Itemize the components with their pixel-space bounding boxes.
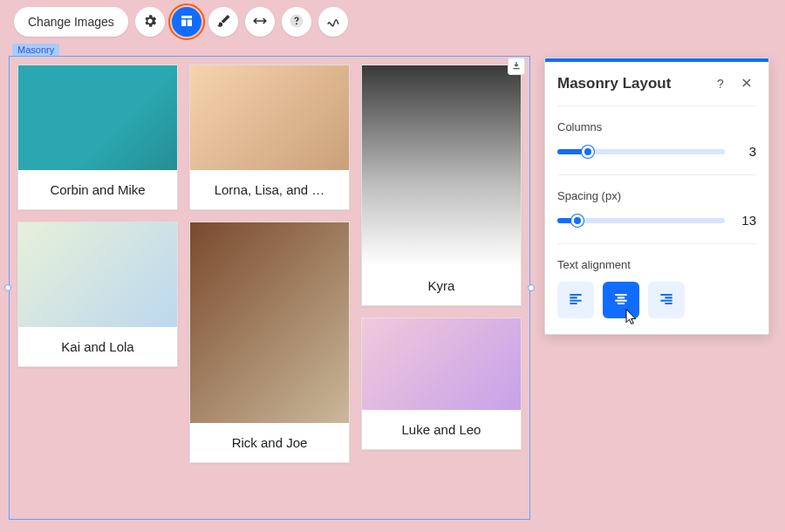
card-caption: Corbin and Mike bbox=[18, 170, 177, 209]
gallery-card[interactable]: Kyra bbox=[361, 65, 522, 306]
alignment-label: Text alignment bbox=[557, 258, 756, 271]
brush-icon bbox=[215, 13, 231, 31]
columns-slider[interactable] bbox=[557, 149, 725, 154]
card-image bbox=[362, 65, 521, 266]
slider-thumb[interactable] bbox=[582, 146, 594, 158]
question-icon: ? bbox=[717, 77, 724, 91]
selection-type-label: Masonry bbox=[12, 44, 59, 56]
spacing-value: 13 bbox=[735, 213, 756, 228]
gallery-card[interactable]: Lorna, Lisa, and … bbox=[189, 65, 350, 210]
gallery-card[interactable]: Corbin and Mike bbox=[17, 65, 178, 210]
stretch-button[interactable] bbox=[245, 7, 275, 37]
card-caption: Rick and Joe bbox=[190, 423, 349, 462]
columns-control: Columns 3 bbox=[545, 106, 768, 174]
settings-button[interactable] bbox=[135, 7, 165, 37]
align-right-button[interactable] bbox=[648, 282, 685, 318]
design-button[interactable] bbox=[208, 7, 238, 37]
help-icon bbox=[289, 13, 304, 31]
gear-icon bbox=[142, 13, 158, 31]
layout-button[interactable] bbox=[172, 7, 201, 37]
columns-label: Columns bbox=[557, 120, 756, 133]
panel-help-button[interactable]: ? bbox=[711, 74, 730, 93]
layout-icon bbox=[179, 13, 195, 31]
card-image bbox=[362, 318, 521, 410]
animation-icon bbox=[325, 13, 341, 31]
card-caption: Luke and Leo bbox=[362, 410, 521, 449]
columns-value: 3 bbox=[735, 144, 756, 159]
animation-button[interactable] bbox=[318, 7, 348, 37]
change-images-button[interactable]: Change Images bbox=[14, 7, 128, 37]
align-center-button[interactable] bbox=[603, 282, 639, 318]
spacing-slider[interactable] bbox=[557, 218, 725, 223]
card-caption: Kyra bbox=[362, 266, 521, 305]
spacing-label: Spacing (px) bbox=[557, 189, 756, 202]
gallery-card[interactable]: Luke and Leo bbox=[361, 317, 522, 450]
gallery-card[interactable]: Rick and Joe bbox=[189, 222, 350, 463]
layout-panel: Masonry Layout ? Columns 3 Spacing (px) bbox=[544, 58, 769, 335]
align-left-icon bbox=[567, 290, 584, 310]
align-center-icon bbox=[612, 290, 630, 310]
gallery-selection[interactable]: Masonry Corbin and Mike Kai and Lola Lor… bbox=[9, 49, 530, 520]
stretch-icon bbox=[252, 13, 268, 31]
card-image bbox=[18, 222, 177, 327]
card-image bbox=[190, 65, 349, 170]
panel-header: Masonry Layout ? bbox=[545, 62, 768, 106]
align-right-icon bbox=[658, 290, 675, 310]
change-images-label: Change Images bbox=[28, 15, 114, 29]
help-button[interactable] bbox=[282, 7, 311, 37]
slider-thumb[interactable] bbox=[571, 215, 584, 227]
align-left-button[interactable] bbox=[557, 282, 594, 318]
element-toolbar: Change Images bbox=[0, 0, 785, 44]
panel-close-button[interactable] bbox=[737, 74, 756, 93]
spacing-control: Spacing (px) 13 bbox=[545, 175, 768, 243]
card-caption: Kai and Lola bbox=[18, 327, 177, 366]
card-image bbox=[190, 222, 349, 423]
gallery-card[interactable]: Kai and Lola bbox=[17, 222, 178, 367]
resize-handle-left[interactable] bbox=[4, 284, 11, 291]
close-icon bbox=[741, 77, 753, 92]
alignment-control: Text alignment bbox=[545, 244, 768, 334]
download-icon-button[interactable] bbox=[508, 58, 525, 75]
panel-title: Masonry Layout bbox=[557, 75, 704, 92]
download-icon bbox=[511, 59, 522, 73]
card-caption: Lorna, Lisa, and … bbox=[190, 170, 349, 209]
resize-handle-right[interactable] bbox=[528, 284, 535, 291]
card-image bbox=[18, 65, 177, 170]
masonry-gallery: Corbin and Mike Kai and Lola Lorna, Lisa… bbox=[17, 65, 522, 511]
